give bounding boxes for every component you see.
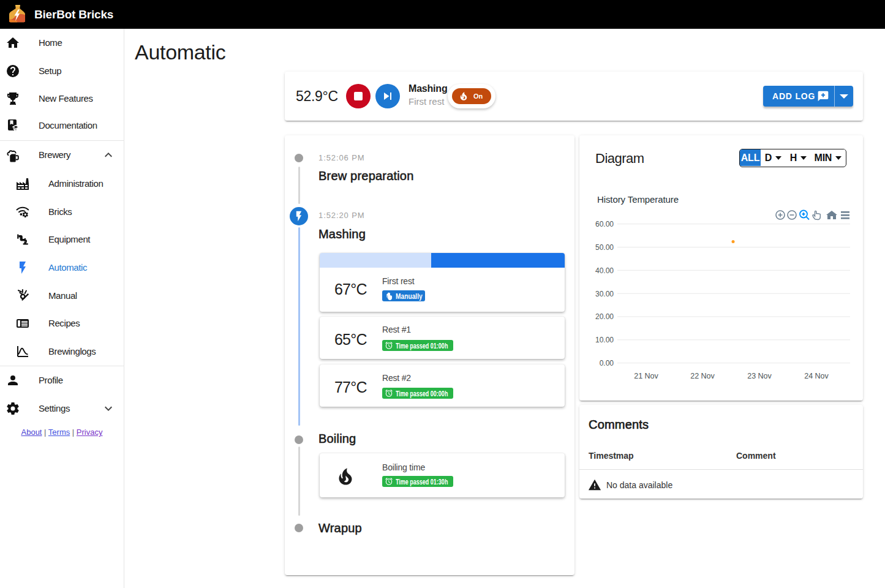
svg-text:60.00: 60.00 [595,220,614,228]
svg-text:21 Nov: 21 Nov [634,372,658,380]
svg-text:20.00: 20.00 [595,312,614,321]
svg-text:22 Nov: 22 Nov [690,372,715,380]
svg-text:30.00: 30.00 [595,290,614,298]
svg-text:24 Nov: 24 Nov [804,372,829,380]
svg-text:50.00: 50.00 [595,243,614,252]
svg-text:23 Nov: 23 Nov [747,372,772,380]
svg-text:10.00: 10.00 [595,336,614,344]
svg-text:40.00: 40.00 [595,266,614,275]
svg-text:0.00: 0.00 [600,359,614,368]
